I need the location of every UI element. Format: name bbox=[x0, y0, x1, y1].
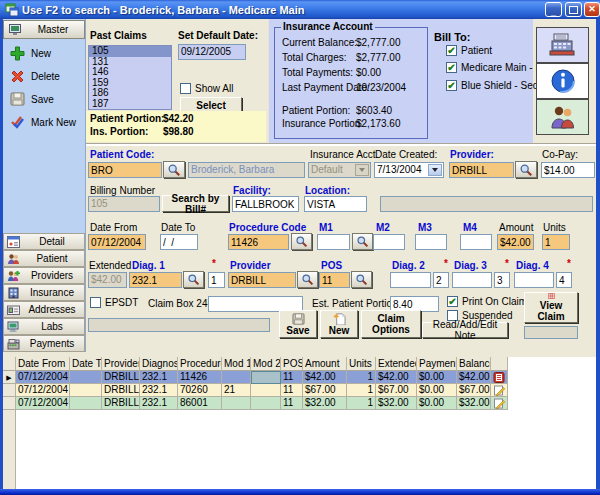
view-claim-grid-icon bbox=[546, 293, 557, 299]
list-item[interactable]: 146 bbox=[89, 67, 171, 78]
table-cell-active[interactable] bbox=[251, 371, 281, 384]
row-edit-button[interactable] bbox=[491, 397, 508, 410]
facility-field[interactable] bbox=[232, 196, 299, 212]
m1-field[interactable] bbox=[317, 234, 350, 250]
app-icon bbox=[5, 3, 19, 17]
bill-to-patient-checkbox[interactable]: ✔Patient bbox=[446, 45, 492, 56]
info-tool-button[interactable] bbox=[536, 63, 589, 99]
col-header[interactable]: Mod 2 bbox=[251, 357, 281, 371]
table-row[interactable]: ▶ 07/12/2004 DRBILL 232.1 11426 11 $42.0… bbox=[3, 371, 508, 384]
col-header[interactable]: Extended bbox=[376, 357, 417, 371]
list-item[interactable]: 186 bbox=[89, 88, 171, 99]
list-item[interactable]: 187 bbox=[89, 99, 171, 110]
col-header[interactable]: Payments bbox=[417, 357, 457, 371]
diag4-field[interactable] bbox=[514, 272, 554, 288]
pos-search-button[interactable] bbox=[351, 271, 372, 288]
billing-tool-button[interactable] bbox=[536, 27, 589, 63]
table-cell: $0.00 bbox=[417, 371, 457, 384]
close-button[interactable]: ✕ bbox=[584, 2, 600, 17]
print-on-claim-checkbox[interactable]: ✔Print On Claim? bbox=[447, 296, 533, 307]
sidebar-item-labs[interactable]: Labs bbox=[3, 318, 85, 335]
diag1-field[interactable] bbox=[129, 272, 182, 288]
sidebar-item-addresses[interactable]: Addresses bbox=[3, 301, 85, 318]
patients-tool-button[interactable] bbox=[536, 99, 589, 135]
ins-portion-label: Ins. Portion: bbox=[90, 127, 148, 137]
table-cell bbox=[251, 384, 281, 397]
read-add-edit-note-button[interactable]: Read/Add/Edit Note bbox=[422, 322, 508, 338]
sidebar-item-new[interactable]: New bbox=[10, 46, 51, 61]
master-button[interactable]: Master bbox=[3, 20, 85, 39]
col-header[interactable]: Date To bbox=[70, 357, 102, 371]
diag1-search-button[interactable] bbox=[183, 271, 204, 288]
amount-field[interactable] bbox=[497, 234, 534, 250]
search-by-bill-button[interactable]: Search by Bill# bbox=[162, 195, 229, 212]
new-button[interactable]: New bbox=[320, 310, 358, 338]
past-claims-listbox[interactable]: 105 131 146 159 186 187 bbox=[88, 45, 172, 110]
diag3-field[interactable] bbox=[452, 272, 492, 288]
minimize-button[interactable]: _ bbox=[545, 2, 562, 17]
row-edit-button[interactable] bbox=[491, 384, 508, 397]
patient-name-field: Broderick, Barbara bbox=[188, 162, 305, 178]
provider-search-button[interactable] bbox=[515, 161, 537, 178]
col-header[interactable]: POS bbox=[281, 357, 303, 371]
view-claim-button[interactable]: View Claim bbox=[524, 292, 578, 323]
sidebar-item-save[interactable]: Save bbox=[10, 92, 54, 106]
sidebar-item-providers[interactable]: Providers bbox=[3, 267, 85, 284]
location-field[interactable] bbox=[304, 196, 367, 212]
patient-code-field[interactable] bbox=[88, 162, 162, 178]
date-created-combo[interactable]: 7/13/2004 bbox=[374, 162, 444, 178]
patient-code-search-button[interactable] bbox=[163, 161, 185, 178]
col-header[interactable]: Units bbox=[347, 357, 376, 371]
maximize-button[interactable] bbox=[565, 2, 582, 17]
col-header[interactable]: Diagnosis bbox=[140, 357, 178, 371]
col-header[interactable]: Amount bbox=[303, 357, 347, 371]
epsdt-checkbox[interactable]: EPSDT bbox=[90, 297, 138, 308]
diag2-field[interactable] bbox=[390, 272, 431, 288]
sidebar-item-delete[interactable]: Delete bbox=[10, 69, 60, 84]
copay-field[interactable] bbox=[541, 162, 595, 178]
current-balance-value: $2,777.00 bbox=[356, 38, 401, 48]
date-from-field[interactable] bbox=[88, 234, 146, 250]
col-header[interactable]: Balance bbox=[457, 357, 491, 371]
set-default-date-field[interactable]: 09/12/2005 bbox=[178, 44, 246, 60]
table-row[interactable]: 07/12/2004 DRBILL 232.1 70260 21 11 $67.… bbox=[3, 384, 508, 397]
col-header[interactable]: Procedure bbox=[178, 357, 222, 371]
show-all-checkbox[interactable]: Show All bbox=[180, 83, 233, 94]
table-row[interactable]: 07/12/2004 DRBILL 232.1 86001 11 $32.00 … bbox=[3, 397, 508, 410]
line-provider-field[interactable] bbox=[228, 272, 296, 288]
col-header[interactable]: Date From bbox=[16, 357, 70, 371]
procedure-code-field[interactable] bbox=[228, 234, 289, 250]
m1-search-button[interactable] bbox=[352, 233, 373, 250]
provider-field[interactable] bbox=[449, 162, 514, 178]
m4-field[interactable] bbox=[460, 234, 492, 250]
units-field[interactable] bbox=[542, 234, 570, 250]
m3-field[interactable] bbox=[415, 234, 447, 250]
sidebar-item-payments[interactable]: Payments bbox=[3, 335, 85, 352]
claim-options-button[interactable]: Claim Options bbox=[361, 310, 421, 338]
est-patient-portion-label: Est. Patient Portion: bbox=[312, 299, 400, 309]
list-item[interactable]: 105 bbox=[89, 46, 171, 57]
save-button[interactable]: Save bbox=[279, 310, 317, 338]
pos-field[interactable] bbox=[319, 272, 350, 288]
row-note-button[interactable] bbox=[491, 371, 508, 384]
diag2-pointer-field[interactable] bbox=[433, 272, 449, 288]
date-to-field[interactable] bbox=[160, 234, 198, 250]
m2-field[interactable] bbox=[373, 234, 405, 250]
diag1-pointer-field[interactable] bbox=[208, 272, 225, 288]
diag3-pointer-field[interactable] bbox=[494, 272, 510, 288]
col-header[interactable]: Mod 1 bbox=[222, 357, 251, 371]
billing-number-field: 105 bbox=[88, 196, 160, 212]
procedure-search-button[interactable] bbox=[291, 233, 312, 250]
sidebar-item-detail[interactable]: Detail bbox=[3, 233, 85, 250]
line-provider-search-button[interactable] bbox=[297, 271, 318, 288]
table-cell: 07/12/2004 bbox=[16, 397, 70, 410]
dropdown-icon[interactable] bbox=[428, 164, 442, 176]
patient-icon bbox=[7, 253, 20, 265]
col-header[interactable]: Provider bbox=[102, 357, 140, 371]
sidebar-item-mark-new[interactable]: Mark New bbox=[10, 115, 76, 129]
sidebar-item-patient[interactable]: Patient bbox=[3, 250, 85, 267]
table-cell: $67.00 bbox=[457, 384, 491, 397]
diag4-pointer-field[interactable] bbox=[556, 272, 572, 288]
note-icon bbox=[493, 372, 505, 383]
sidebar-item-insurance[interactable]: Insurance bbox=[3, 284, 85, 301]
